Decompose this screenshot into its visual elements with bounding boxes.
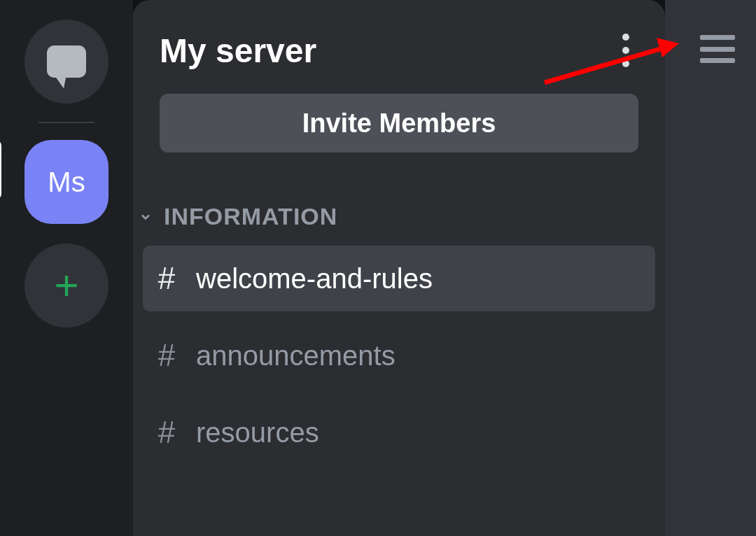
server-header[interactable]: My server [133, 0, 665, 94]
plus-icon: + [54, 265, 78, 306]
right-chat-area [665, 0, 756, 536]
server-menu-button[interactable] [613, 31, 638, 70]
hash-icon: # [153, 261, 181, 296]
category-header-information[interactable]: INFORMATION [133, 167, 665, 240]
kebab-dot-icon [622, 60, 629, 67]
hamburger-line-icon [700, 47, 735, 52]
channel-panel: My server Invite Members INFORMATION # w… [133, 0, 665, 536]
channel-label: welcome-and-rules [196, 263, 433, 295]
hash-icon: # [153, 338, 181, 373]
active-server-indicator [0, 140, 1, 199]
channel-resources[interactable]: # resources [143, 400, 655, 465]
server-icon-myserver[interactable]: Ms [24, 140, 108, 224]
channel-label: resources [196, 417, 319, 449]
direct-messages-button[interactable] [24, 20, 108, 104]
member-list-toggle[interactable] [700, 35, 735, 63]
channel-announcements[interactable]: # announcements [143, 323, 655, 388]
channel-label: announcements [196, 340, 396, 372]
server-rail: Ms + [0, 0, 133, 536]
category-label: INFORMATION [164, 203, 337, 230]
hamburger-line-icon [700, 58, 735, 63]
chat-bubble-icon [47, 45, 86, 78]
chevron-down-icon [137, 209, 154, 225]
add-server-button[interactable]: + [24, 244, 108, 327]
invite-members-label: Invite Members [302, 108, 496, 139]
hamburger-line-icon [700, 35, 735, 40]
server-title: My server [160, 31, 316, 70]
hash-icon: # [153, 415, 181, 450]
rail-divider [38, 122, 94, 123]
invite-members-button[interactable]: Invite Members [160, 94, 638, 153]
kebab-dot-icon [622, 34, 629, 41]
kebab-dot-icon [622, 47, 629, 54]
server-initials: Ms [48, 167, 85, 198]
channel-welcome-and-rules[interactable]: # welcome-and-rules [143, 246, 655, 311]
